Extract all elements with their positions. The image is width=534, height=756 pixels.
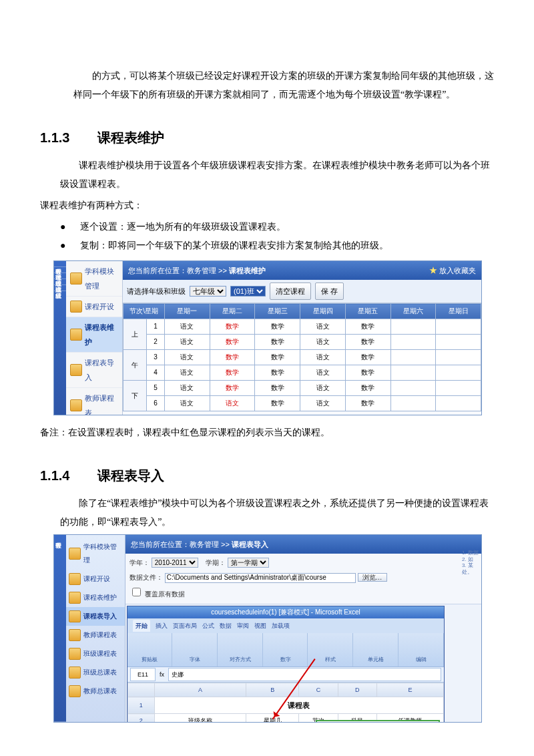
rg-style[interactable]: 样式 [308,633,353,667]
left-tab-strip[interactable]: 教务管理 考试管理 成绩管理 成绩查询 成绩分析 [54,261,66,415]
cell[interactable]: 数学 [345,381,390,396]
sidebar-item-subject[interactable]: 学科模块管理 [66,538,125,570]
file-path-input[interactable] [165,573,356,583]
cell[interactable]: 数学 [345,319,390,335]
cell[interactable]: 语文 [165,319,210,335]
tab-jw[interactable]: 教务管理 [53,535,66,722]
cell[interactable] [436,365,481,381]
cell[interactable]: 2 [147,335,165,350]
cell[interactable]: 语文 [165,335,210,350]
hcell[interactable]: E [376,683,443,697]
cell[interactable]: 班级名称 [154,714,246,723]
rownum[interactable]: 1 [128,697,155,714]
sidebar-item-schedule-import[interactable]: 课程表导入 [66,607,125,626]
cell[interactable] [390,335,436,350]
tab-cj[interactable]: 成绩管理 [54,273,66,279]
cell[interactable]: 数学 [345,396,390,411]
cell[interactable]: 数学 [210,365,255,381]
cell[interactable]: 课程表 [154,697,443,714]
cell[interactable] [390,381,436,396]
sidebar-item-schedule-import[interactable]: 课程表导入 [66,353,122,388]
cell[interactable]: 数学 [255,365,300,381]
cell[interactable]: 数学 [255,396,300,411]
favorite-button[interactable]: 放入收藏夹 [429,263,476,278]
rg-number[interactable]: 数字 [264,633,308,667]
rg-align[interactable]: 对齐方式 [218,633,263,667]
sidebar-item-course-open[interactable]: 课程开设 [66,570,125,588]
cell[interactable]: 数学 [210,381,255,396]
cell[interactable]: 语文 [300,319,346,335]
hcell[interactable]: A [154,683,246,697]
sidebar-item-class-total[interactable]: 班级总课表 [66,663,125,682]
rg-clipboard[interactable]: 剪贴板 [127,633,172,667]
rtab-view[interactable]: 视图 [254,620,266,632]
cell[interactable]: 数学 [255,350,300,365]
cell[interactable] [436,396,481,411]
rtab-review[interactable]: 审阅 [237,620,249,632]
cell[interactable]: 数学 [210,319,255,335]
rtab-insert[interactable]: 插入 [156,620,168,632]
cell[interactable]: 数学 [210,350,255,365]
sidebar-item-class-schedule[interactable]: 班级课程表 [66,644,125,663]
cell[interactable]: 5 [147,381,165,396]
cell[interactable]: 语文 [210,396,255,411]
cell[interactable]: 数学 [255,319,300,335]
cell[interactable]: 3 [147,350,165,365]
rg-cell[interactable]: 单元格 [354,633,398,667]
cell[interactable]: 数学 [255,335,300,350]
cell[interactable]: 数学 [255,381,300,396]
sidebar-item-subject[interactable]: 学科模块管理 [66,261,122,297]
cell[interactable] [390,365,436,381]
sidebar-item-teacher-schedule[interactable]: 教师课程表 [66,626,125,644]
sidebar-item-schedule-maintain[interactable]: 课程表维护 [66,317,122,353]
left-tab-strip[interactable]: 教务管理 考试管理 成绩管理 成绩查询 成绩分析 系统管理 [54,535,66,722]
sidebar-item-teacher-schedule[interactable]: 教师课程表 [66,388,122,415]
overwrite-checkbox[interactable]: 覆盖原有数据 [129,590,185,598]
cell[interactable]: 6 [147,396,165,411]
cell[interactable] [390,396,436,411]
tab-cx[interactable]: 成绩查询 [54,279,66,285]
cell[interactable] [436,335,481,350]
tab-jw[interactable]: 教务管理 [54,261,66,267]
rg-font[interactable]: 字体 [173,633,218,667]
cell[interactable]: 数学 [345,335,390,350]
rtab-data[interactable]: 数据 [220,620,232,632]
excel-sheet[interactable]: A B C D E 1课程表 2班级名称星期几节次科目任课教师 3七年级(01)… [127,683,444,723]
cell[interactable]: 语文 [300,350,346,365]
sidebar-item-teacher-total[interactable]: 教师总课表 [66,682,125,701]
sidebar-item-schedule-maintain[interactable]: 课程表维护 [66,588,125,607]
term-select[interactable]: 第一学期 [228,558,269,568]
clear-button[interactable]: 清空课程 [270,282,311,300]
rg-edit[interactable]: 编辑 [399,633,444,667]
sidebar-item-course-open[interactable]: 课程开设 [66,297,122,317]
rtab-home[interactable]: 开始 [133,620,150,632]
rtab-layout[interactable]: 页面布局 [173,620,197,632]
hcell[interactable] [128,683,155,697]
cell[interactable]: 1 [147,319,165,335]
tab-ks[interactable]: 考试管理 [54,267,66,273]
rtab-formula[interactable]: 公式 [202,620,214,632]
cell[interactable]: 语文 [300,381,346,396]
save-button[interactable]: 保 存 [315,282,344,300]
tab-fx[interactable]: 成绩分析 [54,285,66,291]
cell[interactable] [436,350,481,365]
name-box[interactable]: E11 [130,668,156,681]
hcell[interactable]: C [299,683,338,697]
cell[interactable]: 4 [147,365,165,381]
cell[interactable]: 语文 [300,396,346,411]
cell[interactable] [436,319,481,335]
cell[interactable]: 语文 [300,365,346,381]
browse-button[interactable]: 浏览… [358,573,387,582]
cell[interactable]: 语文 [300,335,346,350]
rtab-addin[interactable]: 加载项 [272,620,290,632]
class-select[interactable]: (01)班 [230,286,266,297]
hcell[interactable]: D [338,683,376,697]
cell[interactable]: 语文 [165,396,210,411]
year-select[interactable]: 2010-2011 [152,558,198,568]
cell[interactable]: 语文 [165,350,210,365]
rownum[interactable]: 2 [128,714,155,723]
cell[interactable]: 数学 [345,365,390,381]
grade-select[interactable]: 七年级 [190,286,226,297]
cell[interactable]: 语文 [165,381,210,396]
hcell[interactable]: B [246,683,299,697]
